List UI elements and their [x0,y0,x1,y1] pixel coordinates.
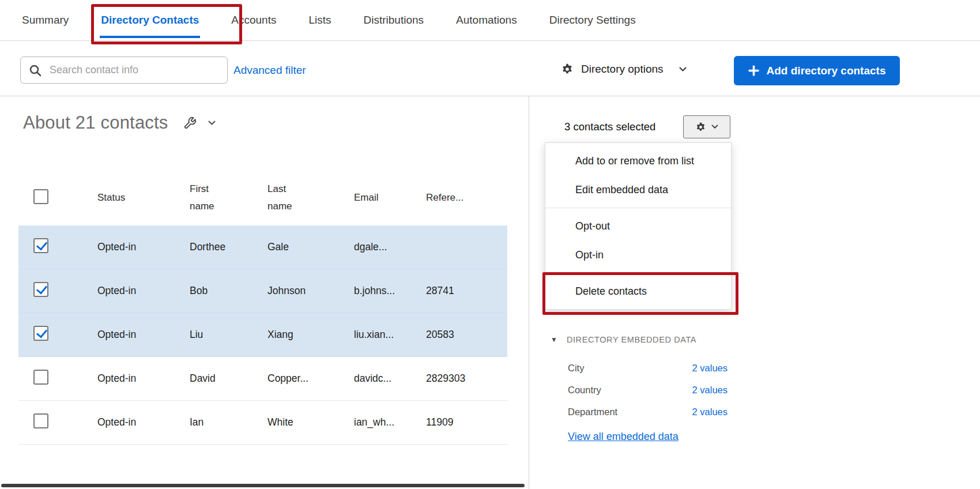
embedded-field-row: Country 2 values [568,379,728,401]
cell-last-name: Copper... [267,373,354,385]
cell-first-name: Dorthee [190,241,267,253]
cell-first-name: David [190,373,267,385]
cell-status: Opted-in [97,241,190,253]
table-row[interactable]: Opted-in Bob Johnson b.johns... 28741 [18,269,507,313]
cell-status: Opted-in [97,416,190,428]
table-row[interactable]: Opted-in Ian White ian_wh... 11909 [18,401,507,445]
cell-email: b.johns... [354,285,426,297]
embedded-field-row: City 2 values [568,357,728,379]
tab-automations[interactable]: Automations [456,0,517,40]
menu-group: Delete contacts [545,273,731,309]
cell-status: Opted-in [97,329,190,341]
selection-actions-button[interactable] [683,115,730,138]
row-checkbox[interactable] [33,413,48,428]
embedded-field-values-link[interactable]: 2 values [692,407,728,417]
embedded-field-values-link[interactable]: 2 values [692,363,728,374]
main-content: About 21 contacts Status First name Last… [0,96,980,489]
advanced-filter-link[interactable]: Advanced filter [233,64,306,77]
pane-divider [529,96,529,489]
cell-reference: 28741 [426,285,507,297]
row-checkbox[interactable] [33,282,48,297]
table-row[interactable]: Opted-in David Copper... davidc... 28293… [18,357,507,401]
search-input[interactable] [48,63,219,77]
chevron-down-icon [711,125,718,129]
row-checkbox[interactable] [33,370,48,385]
cell-first-name: Liu [190,329,267,341]
collapse-triangle-icon: ▼ [551,336,557,343]
toolbar: Advanced filter Directory options Add di… [0,41,980,96]
tab-accounts[interactable]: Accounts [231,0,276,40]
cell-status: Opted-in [97,373,190,385]
menu-item-delete-contacts[interactable]: Delete contacts [545,277,731,306]
search-box[interactable] [20,57,228,84]
cell-reference: 20583 [426,329,507,341]
embedded-field-name: Department [568,407,617,417]
cell-email: ian_wh... [354,416,426,428]
top-navigation: Summary Directory Contacts Accounts List… [0,0,980,41]
contacts-heading-row: About 21 contacts [23,112,216,133]
tab-lists[interactable]: Lists [308,0,331,40]
cell-last-name: White [267,416,354,428]
column-header-email: Email [354,192,426,204]
cell-email: davidc... [354,373,426,385]
tab-directory-contacts[interactable]: Directory Contacts [101,0,199,40]
row-checkbox[interactable] [33,326,48,341]
directory-embedded-data-header[interactable]: ▼ DIRECTORY EMBEDDED DATA [551,335,696,344]
table-header: Status First name Last name Email Refere… [18,170,507,225]
add-directory-contacts-label: Add directory contacts [767,65,886,77]
selected-count-label: 3 contacts selected [564,121,655,133]
chevron-down-icon[interactable] [208,121,216,126]
chevron-down-icon [679,67,687,72]
embedded-field-name: Country [568,385,601,396]
search-icon [29,64,42,77]
menu-group: Opt-out Opt-in [545,208,731,273]
plus-icon [748,65,759,76]
directory-options-button[interactable]: Directory options [561,63,687,76]
tab-directory-settings[interactable]: Directory Settings [549,0,636,40]
menu-group: Add to or remove from list Edit embedded… [545,143,731,208]
column-header-last-name: Last name [267,180,354,215]
embedded-field-name: City [568,363,584,374]
cell-last-name: Xiang [267,329,354,341]
select-all-checkbox[interactable] [33,189,48,204]
table-row[interactable]: Opted-in Liu Xiang liu.xian... 20583 [18,313,507,357]
selection-actions-menu: Add to or remove from list Edit embedded… [545,142,732,310]
menu-item-add-remove-list[interactable]: Add to or remove from list [545,146,731,175]
column-header-first-name: First name [190,180,267,215]
embedded-data-fields: City 2 values Country 2 values Departmen… [568,357,728,423]
wrench-icon[interactable] [183,116,197,130]
cell-reference: 11909 [426,416,507,428]
contacts-count-heading: About 21 contacts [23,112,168,133]
cell-email: dgale... [354,241,426,253]
directory-options-label: Directory options [581,63,664,76]
directory-contacts-page: Summary Directory Contacts Accounts List… [0,0,980,489]
menu-item-opt-in[interactable]: Opt-in [545,240,731,269]
menu-item-edit-embedded-data[interactable]: Edit embedded data [545,175,731,204]
add-directory-contacts-button[interactable]: Add directory contacts [734,56,900,85]
cell-email: liu.xian... [354,329,426,341]
contacts-table: Status First name Last name Email Refere… [18,170,507,445]
view-all-embedded-data-link[interactable]: View all embedded data [568,431,679,443]
gear-icon [695,122,706,133]
cell-first-name: Ian [190,416,267,428]
tab-summary[interactable]: Summary [22,0,69,40]
cell-last-name: Gale [267,241,354,253]
column-header-reference: Refere... [426,192,507,204]
column-header-status: Status [97,192,190,204]
row-checkbox[interactable] [33,238,48,253]
cell-last-name: Johnson [267,285,354,297]
table-row[interactable]: Opted-in Dorthee Gale dgale... [18,225,507,269]
cell-first-name: Bob [190,285,267,297]
embedded-field-row: Department 2 values [568,401,728,423]
cell-status: Opted-in [97,285,190,297]
cell-reference: 2829303 [426,373,507,385]
gear-icon [561,63,574,76]
tab-distributions[interactable]: Distributions [364,0,424,40]
embedded-field-values-link[interactable]: 2 values [692,385,728,396]
horizontal-scrollbar[interactable] [1,484,525,487]
embedded-data-title: DIRECTORY EMBEDDED DATA [567,335,696,344]
menu-item-opt-out[interactable]: Opt-out [545,212,731,240]
